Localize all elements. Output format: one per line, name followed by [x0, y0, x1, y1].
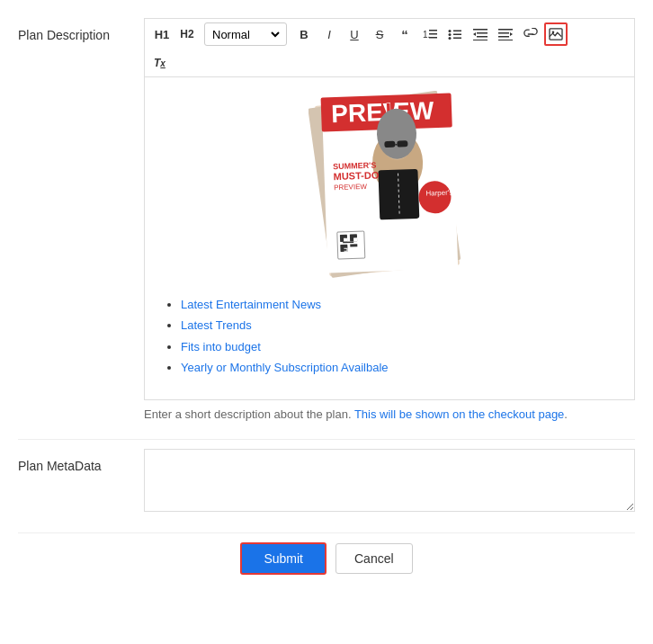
underline-button[interactable]: U — [343, 22, 366, 46]
list-item-text: Fits into budget — [181, 340, 261, 353]
list-item-text: Yearly or Monthly Subscription Availbale — [181, 361, 389, 374]
ul-icon — [448, 28, 462, 40]
form-buttons-row: Submit Cancel — [18, 532, 635, 575]
metadata-textarea[interactable] — [144, 449, 635, 512]
format-select-wrap[interactable]: Normal Heading 1 Heading 2 Heading 3 — [204, 22, 287, 46]
plan-description-label: Plan Description — [18, 18, 144, 45]
link-button[interactable] — [519, 22, 542, 46]
image-icon — [549, 28, 563, 40]
svg-point-4 — [449, 30, 452, 32]
cancel-button[interactable]: Cancel — [335, 543, 413, 574]
svg-rect-7 — [453, 34, 461, 36]
svg-text:PREVIEW: PREVIEW — [334, 183, 368, 192]
indent-left-button[interactable] — [469, 22, 492, 46]
svg-rect-46 — [344, 238, 347, 242]
svg-rect-16 — [498, 32, 509, 34]
list-item-text: Latest Trends — [181, 318, 252, 332]
list-item: Latest Entertainment News — [181, 294, 616, 315]
svg-rect-2 — [429, 33, 437, 35]
svg-rect-33 — [397, 140, 407, 147]
plan-description-row: Plan Description H1 H2 Normal Heading 1 … — [18, 18, 635, 421]
svg-rect-51 — [343, 249, 346, 251]
ol-icon: 1. — [423, 28, 437, 40]
svg-rect-18 — [498, 40, 513, 40]
svg-rect-15 — [498, 29, 513, 31]
svg-rect-9 — [453, 38, 461, 40]
svg-rect-50 — [350, 244, 357, 246]
svg-rect-13 — [473, 40, 488, 40]
svg-rect-10 — [473, 29, 488, 31]
helper-text-link: This will be shown on the checkout page — [354, 407, 564, 421]
indent-left-icon — [473, 28, 488, 40]
svg-rect-48 — [353, 237, 357, 241]
svg-rect-17 — [498, 36, 509, 38]
ordered-list-button[interactable]: 1. — [418, 22, 442, 46]
format-select[interactable]: Normal Heading 1 Heading 2 Heading 3 — [209, 27, 282, 42]
svg-point-6 — [449, 33, 452, 36]
plan-description-field: H1 H2 Normal Heading 1 Heading 2 Heading… — [144, 18, 635, 421]
image-button[interactable] — [544, 22, 568, 46]
svg-rect-35 — [378, 169, 419, 220]
magazine-cover-image: PREV I EW — [309, 91, 470, 280]
bold-button[interactable]: B — [292, 22, 316, 46]
plan-metadata-field — [144, 449, 635, 514]
section-divider — [18, 439, 635, 440]
plan-metadata-row: Plan MetaData — [18, 449, 635, 514]
svg-text:Harper's: Harper's — [425, 189, 452, 198]
svg-rect-11 — [477, 32, 488, 34]
heading1-button[interactable]: H1 — [150, 22, 174, 46]
editor-toolbar-row2: Tx — [144, 49, 635, 76]
italic-button[interactable]: I — [318, 22, 341, 46]
magazine-svg: PREV I EW — [309, 91, 470, 284]
list-item: Fits into budget — [181, 336, 616, 357]
svg-rect-1 — [429, 30, 437, 31]
heading2-button[interactable]: H2 — [175, 22, 199, 46]
plan-metadata-label: Plan MetaData — [18, 449, 144, 476]
indent-right-icon — [498, 28, 513, 40]
svg-marker-14 — [473, 32, 476, 36]
unordered-list-button[interactable] — [443, 22, 467, 46]
svg-rect-3 — [429, 37, 437, 39]
editor-content[interactable]: PREV I EW — [144, 76, 635, 400]
submit-button[interactable]: Submit — [240, 542, 326, 575]
list-item: Latest Trends — [181, 315, 616, 335]
link-icon — [523, 28, 538, 40]
strikethrough-button[interactable]: S — [368, 22, 391, 46]
indent-right-button[interactable] — [494, 22, 517, 46]
helper-text-before: Enter a short description about the plan… — [144, 407, 354, 421]
editor-toolbar-row1: H1 H2 Normal Heading 1 Heading 2 Heading… — [144, 18, 635, 49]
svg-rect-32 — [384, 141, 395, 148]
svg-rect-12 — [477, 36, 488, 38]
editor-bullet-list: Latest Entertainment News Latest Trends … — [163, 294, 616, 379]
magazine-image-wrap: PREV I EW — [163, 91, 616, 280]
clear-format-button[interactable]: Tx — [150, 51, 169, 75]
svg-point-8 — [449, 37, 452, 40]
svg-marker-19 — [510, 32, 513, 36]
list-item: Yearly or Monthly Subscription Availbale — [181, 357, 616, 378]
blockquote-button[interactable]: “ — [393, 22, 416, 46]
helper-text: Enter a short description about the plan… — [144, 407, 635, 421]
list-item-text: Latest Entertainment News — [181, 298, 321, 311]
helper-text-after: . — [564, 407, 568, 421]
svg-text:MUST-DO: MUST-DO — [333, 169, 380, 182]
svg-rect-5 — [453, 31, 461, 32]
